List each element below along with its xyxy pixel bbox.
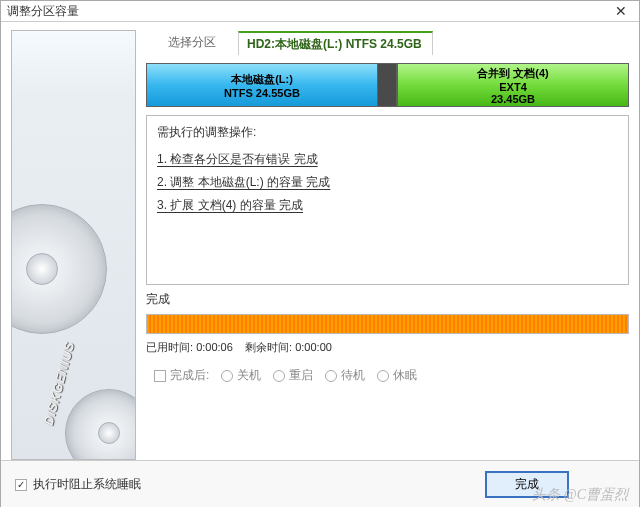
- option-standby[interactable]: 待机: [325, 367, 365, 384]
- option-reboot[interactable]: 重启: [273, 367, 313, 384]
- progress-bar: [146, 314, 629, 334]
- disk-graphic: DISKGENIUS: [12, 159, 135, 459]
- radio-icon: [377, 370, 389, 382]
- step-item: 3. 扩展 文档(4) 的容量 完成: [157, 197, 618, 214]
- partition-gap: [377, 64, 397, 106]
- elapsed-value: 0:00:06: [196, 341, 233, 353]
- after-label: 完成后:: [170, 367, 209, 384]
- step-item: 1. 检查各分区是否有错误 完成: [157, 151, 618, 168]
- tab-select-partition[interactable]: 选择分区: [146, 30, 238, 54]
- disk-platter-icon: [11, 204, 107, 334]
- partition-subtitle: NTFS 24.55GB: [224, 87, 300, 99]
- disk-platter-icon: [65, 389, 136, 460]
- tab-active-partition[interactable]: HD2:本地磁盘(L:) NTFS 24.5GB: [238, 31, 433, 55]
- partition-size: 23.45GB: [491, 93, 535, 105]
- checkbox-icon: ✓: [15, 479, 27, 491]
- status-label: 完成: [146, 291, 629, 308]
- body: DISKGENIUS 选择分区 HD2:本地磁盘(L:) NTFS 24.5GB…: [1, 22, 639, 460]
- after-options-row: 完成后: 关机 重启 待机: [146, 367, 629, 384]
- partition-title: 本地磁盘(L:): [231, 72, 293, 87]
- remain-value: 0:00:00: [295, 341, 332, 353]
- close-button[interactable]: ✕: [609, 1, 633, 21]
- right-panel: 选择分区 HD2:本地磁盘(L:) NTFS 24.5GB 本地磁盘(L:) N…: [146, 30, 629, 460]
- checkbox-icon: [154, 370, 166, 382]
- partition-fs: EXT4: [499, 81, 527, 93]
- block-sleep-label: 执行时阻止系统睡眠: [33, 476, 141, 493]
- partition-bar: 本地磁盘(L:) NTFS 24.55GB 合并到 文档(4) EXT4 23.…: [146, 63, 629, 107]
- tab-bar: 选择分区 HD2:本地磁盘(L:) NTFS 24.5GB: [146, 30, 629, 54]
- window: 调整分区容量 ✕ DISKGENIUS 选择分区 HD2:本地磁盘(L:) NT…: [0, 0, 640, 507]
- steps-box: 需执行的调整操作: 1. 检查各分区是否有错误 完成 2. 调整 本地磁盘(L:…: [146, 115, 629, 285]
- steps-title: 需执行的调整操作:: [157, 124, 618, 141]
- watermark-label: 头条 @C曹蛋烈: [532, 486, 628, 504]
- option-shutdown[interactable]: 关机: [221, 367, 261, 384]
- partition-block-source[interactable]: 本地磁盘(L:) NTFS 24.55GB: [147, 64, 377, 106]
- block-sleep-checkbox[interactable]: ✓ 执行时阻止系统睡眠: [15, 476, 141, 493]
- elapsed-label: 已用时间:: [146, 341, 193, 353]
- remain-label: 剩余时间:: [245, 341, 292, 353]
- footer-left: ✓ 执行时阻止系统睡眠: [15, 476, 141, 493]
- radio-icon: [273, 370, 285, 382]
- tab-pane: 本地磁盘(L:) NTFS 24.55GB 合并到 文档(4) EXT4 23.…: [146, 53, 629, 460]
- radio-icon: [325, 370, 337, 382]
- window-title: 调整分区容量: [7, 3, 79, 20]
- step-item: 2. 调整 本地磁盘(L:) 的容量 完成: [157, 174, 618, 191]
- titlebar: 调整分区容量 ✕: [1, 1, 639, 22]
- partition-block-target[interactable]: 合并到 文档(4) EXT4 23.45GB: [397, 64, 628, 106]
- partition-title: 合并到 文档(4): [477, 66, 549, 81]
- option-sleep[interactable]: 休眠: [377, 367, 417, 384]
- time-row: 已用时间: 0:00:06 剩余时间: 0:00:00: [146, 340, 629, 355]
- left-panel: DISKGENIUS: [11, 30, 136, 460]
- radio-icon: [221, 370, 233, 382]
- after-finish-checkbox[interactable]: 完成后:: [154, 367, 209, 384]
